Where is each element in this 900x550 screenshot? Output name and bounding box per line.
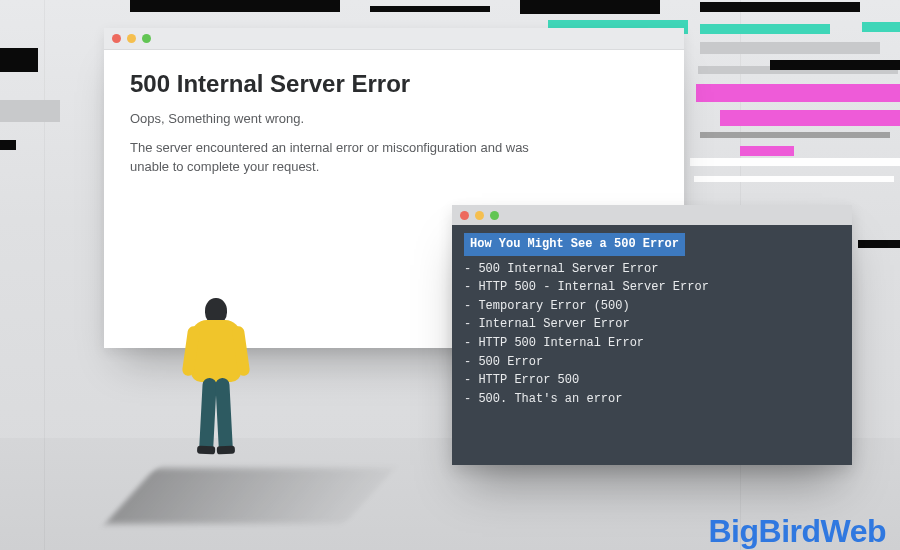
- terminal-list: 500 Internal Server Error HTTP 500 - Int…: [464, 260, 840, 409]
- terminal-title: How You Might See a 500 Error: [464, 233, 685, 256]
- list-item: 500. That's an error: [464, 390, 840, 409]
- list-item: 500 Internal Server Error: [464, 260, 840, 279]
- glitch-bar: [690, 158, 900, 166]
- brand-logo: BigBirdWeb: [708, 513, 886, 550]
- glitch-bar: [770, 60, 900, 70]
- list-item: HTTP 500 - Internal Server Error: [464, 278, 840, 297]
- terminal-body: How You Might See a 500 Error 500 Intern…: [452, 225, 852, 420]
- browser-body: 500 Internal Server Error Oops, Somethin…: [104, 50, 684, 207]
- bg-line: [44, 0, 45, 550]
- window-close-icon[interactable]: [460, 211, 469, 220]
- error-body: The server encountered an internal error…: [130, 139, 560, 177]
- glitch-bar: [700, 132, 890, 138]
- glitch-bar: [0, 140, 16, 150]
- window-maximize-icon[interactable]: [142, 34, 151, 43]
- glitch-bar: [0, 100, 60, 122]
- error-heading: 500 Internal Server Error: [130, 70, 658, 98]
- window-titlebar: [104, 28, 684, 50]
- glitch-bar: [740, 146, 794, 156]
- glitch-bar: [862, 22, 900, 32]
- list-item: Temporary Error (500): [464, 297, 840, 316]
- glitch-bar: [370, 6, 490, 12]
- window-close-icon[interactable]: [112, 34, 121, 43]
- list-item: Internal Server Error: [464, 315, 840, 334]
- window-minimize-icon[interactable]: [127, 34, 136, 43]
- list-item: HTTP Error 500: [464, 371, 840, 390]
- window-maximize-icon[interactable]: [490, 211, 499, 220]
- terminal-window: How You Might See a 500 Error 500 Intern…: [452, 205, 852, 465]
- glitch-bar: [700, 24, 830, 34]
- glitch-bar: [858, 240, 900, 248]
- glitch-bar: [694, 176, 894, 182]
- glitch-bar: [700, 42, 880, 54]
- list-item: HTTP 500 Internal Error: [464, 334, 840, 353]
- list-item: 500 Error: [464, 353, 840, 372]
- glitch-bar: [720, 110, 900, 126]
- glitch-bar: [520, 0, 660, 14]
- window-minimize-icon[interactable]: [475, 211, 484, 220]
- person-illustration: [180, 298, 252, 478]
- glitch-bar: [0, 48, 38, 72]
- window-titlebar: [452, 205, 852, 225]
- glitch-bar: [696, 84, 900, 102]
- glitch-bar: [700, 2, 860, 12]
- error-subheading: Oops, Something went wrong.: [130, 110, 560, 129]
- glitch-bar: [130, 0, 340, 12]
